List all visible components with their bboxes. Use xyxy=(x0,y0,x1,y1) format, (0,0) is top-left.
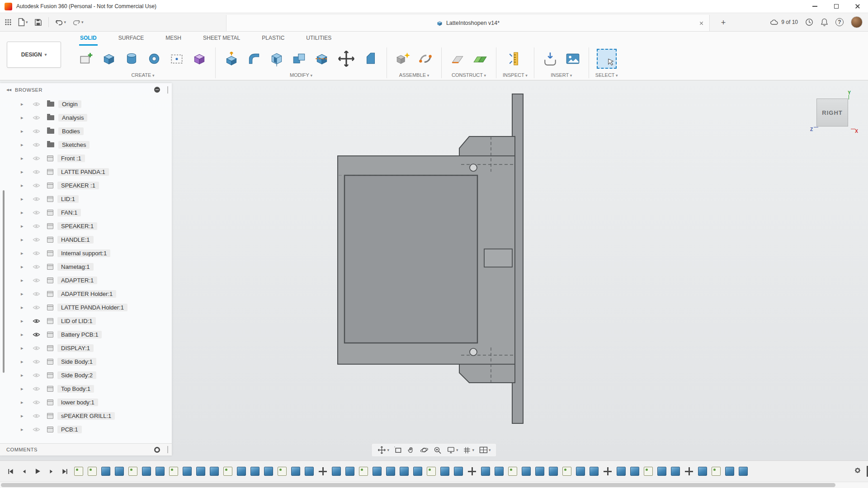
tab-sheet-metal[interactable]: SHEET METAL xyxy=(202,32,241,46)
visibility-eye-icon[interactable] xyxy=(33,332,42,337)
close-window-button[interactable] xyxy=(847,0,868,13)
grid-snap-icon[interactable]: ▾ xyxy=(463,446,475,455)
collapse-panel-icon[interactable]: ◂◂ xyxy=(6,87,11,93)
browser-item[interactable]: ▸SPEAKER :1 xyxy=(0,178,172,192)
browser-item[interactable]: ▸LATTE PANDA:1 xyxy=(0,165,172,178)
timeline-sketch-feature-icon[interactable] xyxy=(278,467,287,476)
undo-button[interactable]: ▾ xyxy=(55,19,66,26)
visibility-eye-icon[interactable] xyxy=(33,169,42,174)
minimize-button[interactable] xyxy=(804,0,826,13)
browser-item[interactable]: ▸Side Body:2 xyxy=(0,368,172,382)
browser-item-label[interactable]: LID of LID:1 xyxy=(57,317,96,325)
combine-button[interactable] xyxy=(290,49,309,68)
expand-arrow-icon[interactable]: ▸ xyxy=(21,142,27,148)
job-status[interactable]: 9 of 10 xyxy=(770,19,798,25)
browser-item-label[interactable]: Bodies xyxy=(58,127,84,135)
panel-resize-grip[interactable] xyxy=(167,86,168,94)
help-icon[interactable]: ? xyxy=(835,18,844,26)
timeline-move-feature-icon[interactable] xyxy=(467,467,476,476)
browser-item-label[interactable]: Side Body:1 xyxy=(57,358,96,366)
timeline-extrude-feature-icon[interactable] xyxy=(183,467,192,476)
browser-item-label[interactable]: LID:1 xyxy=(57,195,79,203)
timeline-extrude-feature-icon[interactable] xyxy=(495,467,504,476)
document-tab[interactable]: LatteIntoshopen v14* xyxy=(226,15,710,31)
browser-item-label[interactable]: Side Body:2 xyxy=(57,371,96,379)
browser-item-label[interactable]: ADAPTER:1 xyxy=(57,277,97,284)
timeline-extrude-feature-icon[interactable] xyxy=(210,467,219,476)
expand-arrow-icon[interactable]: ▸ xyxy=(21,372,27,378)
timeline-extrude-feature-icon[interactable] xyxy=(115,467,124,476)
visibility-eye-icon[interactable] xyxy=(33,400,42,405)
timeline-extrude-feature-icon[interactable] xyxy=(440,467,449,476)
step-forward-button[interactable] xyxy=(45,465,57,477)
timeline-extrude-feature-icon[interactable] xyxy=(156,467,165,476)
tab-mesh[interactable]: MESH xyxy=(165,32,182,46)
new-document-tab-button[interactable]: + xyxy=(717,17,730,28)
notification-clock-icon[interactable] xyxy=(805,18,813,26)
browser-item[interactable]: ▸DISPLAY:1 xyxy=(0,341,172,355)
expand-arrow-icon[interactable]: ▸ xyxy=(21,359,27,365)
browser-item-label[interactable]: Analysis xyxy=(58,114,87,122)
browser-item[interactable]: ▸FAN:1 xyxy=(0,206,172,219)
play-button[interactable] xyxy=(32,465,43,477)
browser-item[interactable]: ▸Bodies xyxy=(0,124,172,138)
viewcube[interactable]: RIGHT Y X Z xyxy=(813,92,856,133)
browser-item[interactable]: ▸lower body:1 xyxy=(0,395,172,409)
comments-bar[interactable]: COMMENTS xyxy=(0,443,172,455)
create-box-button[interactable] xyxy=(99,49,118,68)
visibility-eye-icon[interactable] xyxy=(33,197,42,202)
press-pull-button[interactable] xyxy=(222,49,241,68)
timeline-sketch-feature-icon[interactable] xyxy=(359,467,368,476)
tab-solid[interactable]: SOLID xyxy=(79,32,98,46)
create-cylinder-button[interactable] xyxy=(122,49,141,68)
visibility-eye-icon[interactable] xyxy=(33,264,42,269)
panel-resize-grip[interactable] xyxy=(167,446,168,453)
expand-arrow-icon[interactable]: ▸ xyxy=(21,277,27,283)
visibility-eye-icon[interactable] xyxy=(33,142,42,147)
browser-item-label[interactable]: Internal support:1 xyxy=(57,249,110,257)
joint-button[interactable] xyxy=(416,49,435,68)
expand-arrow-icon[interactable]: ▸ xyxy=(21,128,27,134)
expand-arrow-icon[interactable]: ▸ xyxy=(21,413,27,419)
file-menu-icon[interactable]: ▾ xyxy=(18,18,28,26)
assemble-group-dropdown[interactable]: ASSEMBLE xyxy=(399,72,429,78)
expand-arrow-icon[interactable]: ▸ xyxy=(21,223,27,229)
timeline-extrude-feature-icon[interactable] xyxy=(413,467,422,476)
browser-item-label[interactable]: sPEAKER GRILL:1 xyxy=(57,412,115,420)
timeline-extrude-feature-icon[interactable] xyxy=(617,467,626,476)
visibility-eye-icon[interactable] xyxy=(33,237,42,242)
expand-arrow-icon[interactable]: ▸ xyxy=(21,264,27,270)
timeline-move-feature-icon[interactable] xyxy=(603,467,612,476)
viewports-icon[interactable]: ▾ xyxy=(479,446,491,454)
visibility-eye-icon[interactable] xyxy=(33,183,42,188)
timeline-extrude-feature-icon[interactable] xyxy=(237,467,246,476)
app-grid-icon[interactable] xyxy=(5,19,12,26)
timeline-extrude-feature-icon[interactable] xyxy=(549,467,558,476)
visibility-eye-icon[interactable] xyxy=(33,319,42,324)
visibility-eye-icon[interactable] xyxy=(33,210,42,215)
visibility-eye-icon[interactable] xyxy=(33,102,42,107)
offset-plane-button[interactable] xyxy=(448,49,467,68)
timeline-move-feature-icon[interactable] xyxy=(318,467,327,476)
browser-item-label[interactable]: LATTE PANDA:1 xyxy=(57,168,109,176)
timeline-extrude-feature-icon[interactable] xyxy=(535,467,544,476)
close-document-icon[interactable] xyxy=(698,19,705,27)
midplane-button[interactable] xyxy=(471,49,490,68)
visibility-eye-icon[interactable] xyxy=(33,373,42,378)
browser-item-label[interactable]: PCB:1 xyxy=(57,426,82,433)
timeline-extrude-feature-icon[interactable] xyxy=(291,467,300,476)
browser-item-label[interactable]: DISPLAY:1 xyxy=(57,344,94,352)
orbit-icon[interactable] xyxy=(420,446,429,455)
timeline-sketch-feature-icon[interactable] xyxy=(128,467,137,476)
timeline-move-feature-icon[interactable] xyxy=(684,467,693,476)
timeline-extrude-feature-icon[interactable] xyxy=(630,467,639,476)
visibility-eye-icon[interactable] xyxy=(33,305,42,310)
browser-item-label[interactable]: ADAPTER Holder:1 xyxy=(57,290,116,298)
browser-item-label[interactable]: SPEAKER :1 xyxy=(57,182,99,189)
visibility-eye-icon[interactable] xyxy=(33,359,42,364)
shell-button[interactable] xyxy=(267,49,286,68)
timeline-scrollbar-thumb[interactable] xyxy=(1,483,835,487)
tab-utilities[interactable]: UTILITIES xyxy=(305,32,332,46)
browser-item[interactable]: ▸ADAPTER Holder:1 xyxy=(0,287,172,300)
browser-item[interactable]: ▸sPEAKER GRILL:1 xyxy=(0,409,172,422)
